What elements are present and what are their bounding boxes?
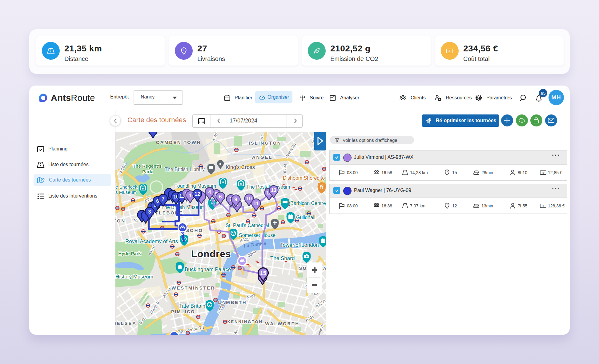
svg-text:e Sherlock: e Sherlock xyxy=(115,184,137,190)
svg-text:WALWORTH: WALWORTH xyxy=(265,321,300,326)
svg-text:PIMLICO: PIMLICO xyxy=(171,309,195,314)
svg-text:M: M xyxy=(142,187,144,190)
svg-text:15: 15 xyxy=(260,270,266,276)
svg-text:Somerset House: Somerset House xyxy=(239,233,275,238)
svg-text:ISLINGTON: ISLINGTON xyxy=(249,140,282,146)
svg-text:History Museum: History Museum xyxy=(115,274,153,280)
svg-text:s Museum: s Museum xyxy=(115,190,137,195)
svg-text:Tate Britain: Tate Britain xyxy=(179,303,205,309)
svg-text:M: M xyxy=(240,183,242,186)
svg-text:10: 10 xyxy=(246,196,252,201)
svg-text:12: 12 xyxy=(195,191,200,197)
svg-text:St. Paul's Cathedral: St. Paul's Cathedral xyxy=(226,223,269,228)
svg-text:CHELSEA: CHELSEA xyxy=(115,321,137,326)
svg-text:SOHO: SOHO xyxy=(186,228,203,233)
svg-text:Tower of London: Tower of London xyxy=(280,242,319,248)
svg-text:A1: A1 xyxy=(259,134,264,139)
svg-text:ANGEL: ANGEL xyxy=(252,154,273,160)
svg-text:1: 1 xyxy=(189,193,192,198)
svg-text:TON: TON xyxy=(115,218,126,223)
svg-text:6: 6 xyxy=(219,194,222,199)
svg-text:3: 3 xyxy=(148,209,151,214)
svg-text:The British Library: The British Library xyxy=(165,167,205,172)
svg-text:11: 11 xyxy=(254,201,259,206)
svg-text:Londres: Londres xyxy=(191,249,231,259)
svg-text:The Regent's: The Regent's xyxy=(133,163,162,169)
svg-text:Hyde Park: Hyde Park xyxy=(118,251,141,256)
svg-text:Barbican Centre: Barbican Centre xyxy=(290,201,326,206)
svg-text:KENNINGTON: KENNINGTON xyxy=(227,319,263,324)
svg-text:7: 7 xyxy=(162,196,165,202)
svg-text:Guildhall: Guildhall xyxy=(296,215,315,220)
svg-text:Dishoom Shoredito: Dishoom Shoredito xyxy=(283,175,325,181)
svg-text:9: 9 xyxy=(235,197,237,202)
svg-text:4: 4 xyxy=(208,190,211,195)
svg-text:Park: Park xyxy=(142,169,152,174)
svg-text:CAMDEN TOWN: CAMDEN TOWN xyxy=(156,140,201,145)
svg-text:·1·: ·1· xyxy=(541,171,545,174)
svg-text:·1·: ·1· xyxy=(541,205,545,208)
svg-text:Royal Academy of Arts: Royal Academy of Arts xyxy=(125,238,178,244)
svg-text:The Shard: The Shard xyxy=(270,255,295,261)
svg-text:WESTMINSTER: WESTMINSTER xyxy=(171,285,215,290)
svg-text:Buckingham Palace: Buckingham Palace xyxy=(185,266,231,272)
svg-text:King's Cross: King's Cross xyxy=(226,164,255,170)
svg-text:·1·: ·1· xyxy=(448,50,452,53)
svg-text:13: 13 xyxy=(271,188,276,193)
svg-text:M: M xyxy=(222,181,224,184)
